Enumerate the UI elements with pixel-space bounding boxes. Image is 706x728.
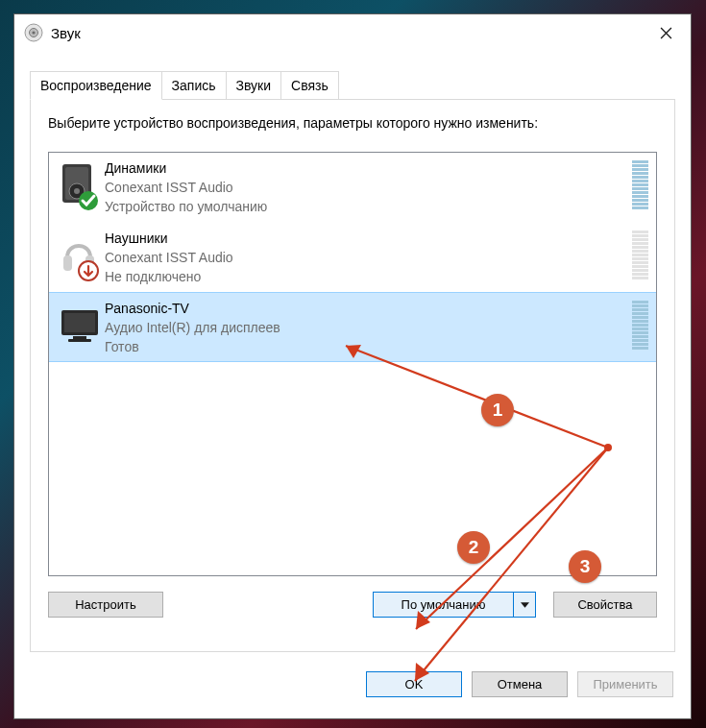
set-default-label: По умолчанию: [374, 597, 513, 612]
tab-воспроизведение[interactable]: Воспроизведение: [30, 71, 162, 100]
device-text: Panasonic-TVАудио Intel(R) для дисплеевГ…: [101, 299, 626, 356]
annotation-badge-3: 3: [569, 550, 601, 583]
tab-запись[interactable]: Запись: [161, 71, 227, 100]
device-driver: Conexant ISST Audio: [105, 248, 626, 267]
svg-point-2: [32, 31, 35, 34]
device-list[interactable]: ДинамикиConexant ISST AudioУстройство по…: [48, 152, 657, 576]
svg-point-6: [74, 188, 80, 194]
window-title: Звук: [51, 25, 645, 41]
device-panasonic-tv[interactable]: Panasonic-TVАудио Intel(R) для дисплеевГ…: [48, 292, 657, 362]
instruction-text: Выберите устройство воспроизведения, пар…: [48, 115, 657, 131]
device-name: Panasonic-TV: [105, 299, 626, 318]
device-status: Готов: [105, 337, 626, 356]
ok-button[interactable]: OK: [366, 671, 462, 697]
titlebar: Звук: [14, 14, 691, 51]
tab-strip: ВоспроизведениеЗаписьЗвукиСвязь: [30, 70, 675, 99]
device-status: Не подключено: [105, 267, 626, 286]
device-driver: Аудио Intel(R) для дисплеев: [105, 318, 626, 337]
level-meter: [632, 231, 648, 280]
device-status: Устройство по умолчанию: [105, 197, 626, 216]
properties-button[interactable]: Свойства: [553, 592, 657, 618]
annotation-badge-2: 2: [457, 531, 490, 564]
svg-rect-8: [63, 255, 72, 271]
tv-icon: [59, 299, 101, 352]
svg-rect-13: [73, 336, 86, 339]
device-наушники[interactable]: НаушникиConexant ISST AudioНе подключено: [49, 223, 656, 293]
tab-связь[interactable]: Связь: [280, 71, 339, 100]
cancel-button[interactable]: Отмена: [472, 671, 568, 697]
svg-rect-14: [68, 339, 91, 342]
set-default-button[interactable]: По умолчанию: [373, 592, 536, 618]
speaker-icon: [59, 158, 101, 212]
device-text: ДинамикиConexant ISST AudioУстройство по…: [101, 158, 626, 216]
headphones-icon: [59, 229, 101, 282]
device-name: Наушники: [105, 229, 626, 248]
chevron-down-icon: [521, 602, 529, 608]
device-динамики[interactable]: ДинамикиConexant ISST AudioУстройство по…: [49, 153, 656, 223]
level-meter: [632, 160, 648, 210]
apply-button[interactable]: Применить: [577, 671, 673, 697]
device-name: Динамики: [105, 158, 626, 178]
level-meter: [632, 301, 648, 351]
close-button[interactable]: [645, 18, 687, 47]
sound-app-icon: [24, 23, 43, 42]
annotation-badge-1: 1: [481, 394, 514, 426]
svg-rect-12: [64, 313, 95, 332]
tab-звуки[interactable]: Звуки: [226, 71, 282, 100]
configure-row: Настроить По умолчанию Свойства: [48, 592, 657, 618]
device-text: НаушникиConexant ISST AudioНе подключено: [101, 229, 626, 286]
set-default-dropdown[interactable]: [513, 593, 535, 617]
client-area: ВоспроизведениеЗаписьЗвукиСвязь Выберите…: [30, 70, 675, 703]
close-icon: [660, 27, 672, 39]
annotation-arrow-origin: [604, 444, 612, 451]
dialog-button-row: OK Отмена Применить: [30, 671, 675, 697]
device-driver: Conexant ISST Audio: [105, 178, 626, 197]
sound-dialog-window: Звук ВоспроизведениеЗаписьЗвукиСвязь Выб…: [13, 13, 692, 719]
configure-button[interactable]: Настроить: [48, 592, 163, 618]
